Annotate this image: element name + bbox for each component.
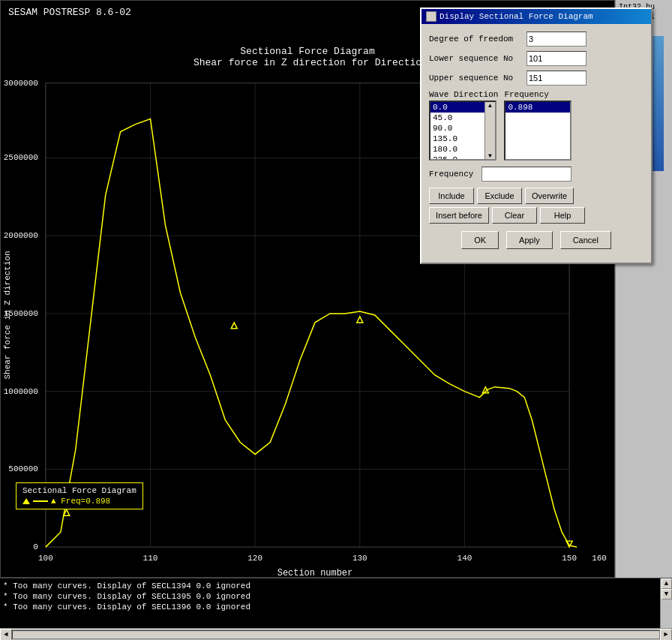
apply-button[interactable]: Apply <box>506 231 553 249</box>
svg-text:130: 130 <box>352 554 368 563</box>
upper-seq-row: Upper sequence No <box>429 71 644 86</box>
dialog-icon <box>426 11 436 22</box>
legend-box: Sectional Force Diagram ▲ Freq=0.898 <box>16 482 143 509</box>
list-scroll-up[interactable]: ▲ <box>488 102 492 109</box>
svg-text:160: 160 <box>592 554 607 563</box>
include-button[interactable]: Include <box>429 188 474 204</box>
scrollbar-right-icon[interactable]: ► <box>660 629 672 641</box>
dialog-body: Degree of freedom Lower sequence No Uppe… <box>422 24 651 263</box>
dialog-display-sectional-force: Display Sectional Force Diagram Degree o… <box>420 8 652 264</box>
frequency-list[interactable]: 0.898 <box>504 101 572 161</box>
svg-text:2000000: 2000000 <box>4 231 38 240</box>
help-button[interactable]: Help <box>540 207 585 224</box>
log-line-2: * Too many curves. Display of SECL1395 0… <box>3 592 657 601</box>
dof-input[interactable] <box>526 32 586 47</box>
lower-seq-label: Lower sequence No <box>429 54 526 63</box>
degree-of-freedom-row: Degree of freedom <box>429 32 644 47</box>
dialog-title: Display Sectional Force Diagram <box>440 12 593 21</box>
svg-text:Section number: Section number <box>278 568 352 577</box>
dialog-footer: OK Apply Cancel <box>429 231 644 255</box>
bottom-log: * Too many curves. Display of SECL1394 0… <box>0 578 672 628</box>
scrollbar-up-icon[interactable]: ▲ <box>662 578 672 589</box>
lower-seq-input[interactable] <box>526 51 586 66</box>
freq-item-0[interactable]: 0.898 <box>506 102 570 113</box>
dialog-titlebar: Display Sectional Force Diagram <box>422 9 651 24</box>
svg-text:150: 150 <box>562 554 577 563</box>
horizontal-scrollbar[interactable]: ◄ ► <box>0 628 672 640</box>
lower-seq-row: Lower sequence No <box>429 51 644 66</box>
ok-button[interactable]: OK <box>461 231 499 249</box>
scrollbar-down-icon[interactable]: ▼ <box>662 589 672 599</box>
btn-row-2: Insert before Clear Help <box>429 207 644 224</box>
legend-title: Sectional Force Diagram <box>22 486 136 495</box>
exclude-button[interactable]: Exclude <box>477 188 522 204</box>
cancel-button[interactable]: Cancel <box>560 231 611 249</box>
scrollbar-track-h[interactable] <box>12 630 660 639</box>
svg-text:1000000: 1000000 <box>4 387 38 396</box>
lists-row: Wave Direction 0.0 45.0 90.0 135.0 180.0… <box>429 90 644 161</box>
insert-before-button[interactable]: Insert before <box>429 207 489 224</box>
svg-text:3000000: 3000000 <box>4 79 38 88</box>
upper-seq-input[interactable] <box>526 71 586 86</box>
wave-direction-list[interactable]: 0.0 45.0 90.0 135.0 180.0 225.0 ▲ ▼ <box>429 101 496 161</box>
log-line-3: * Too many curves. Display of SECL1396 0… <box>3 602 657 611</box>
svg-text:2500000: 2500000 <box>4 153 38 162</box>
legend-freq: ▲ Freq=0.898 <box>51 497 110 506</box>
svg-text:120: 120 <box>248 554 262 563</box>
dof-label: Degree of freedom <box>429 35 526 44</box>
overwrite-button[interactable]: Overwrite <box>525 188 574 204</box>
list-scrollbar[interactable]: ▲ ▼ <box>484 102 495 159</box>
svg-text:Shear force in Z direction: Shear force in Z direction <box>3 251 12 379</box>
legend-triangle-icon <box>22 498 30 504</box>
wave-direction-group: Wave Direction 0.0 45.0 90.0 135.0 180.0… <box>429 90 498 161</box>
svg-text:0: 0 <box>33 542 38 551</box>
log-content: * Too many curves. Display of SECL1394 0… <box>0 578 660 628</box>
upper-seq-label: Upper sequence No <box>429 74 526 83</box>
freq-input-row: Frequency <box>429 167 644 182</box>
legend-line: ▲ Freq=0.898 <box>22 497 136 506</box>
frequency-list-label: Frequency <box>504 90 572 99</box>
list-scroll-down[interactable]: ▼ <box>488 152 492 159</box>
freq-input[interactable] <box>482 167 572 182</box>
clear-button[interactable]: Clear <box>492 207 537 224</box>
log-line-1: * Too many curves. Display of SECL1394 0… <box>3 581 657 590</box>
svg-text:110: 110 <box>143 554 158 563</box>
scrollbar-left-icon[interactable]: ◄ <box>0 629 12 641</box>
svg-text:100: 100 <box>38 554 53 563</box>
frequency-group: Frequency 0.898 <box>504 90 572 161</box>
log-scrollbar[interactable]: ▲ ▼ <box>660 578 672 628</box>
btn-row-1: Include Exclude Overwrite <box>429 188 644 204</box>
freq-input-label: Frequency <box>429 170 482 179</box>
legend-dash-icon <box>33 500 48 502</box>
svg-text:500000: 500000 <box>8 464 38 473</box>
wave-direction-label: Wave Direction <box>429 90 498 99</box>
svg-text:140: 140 <box>458 554 472 563</box>
